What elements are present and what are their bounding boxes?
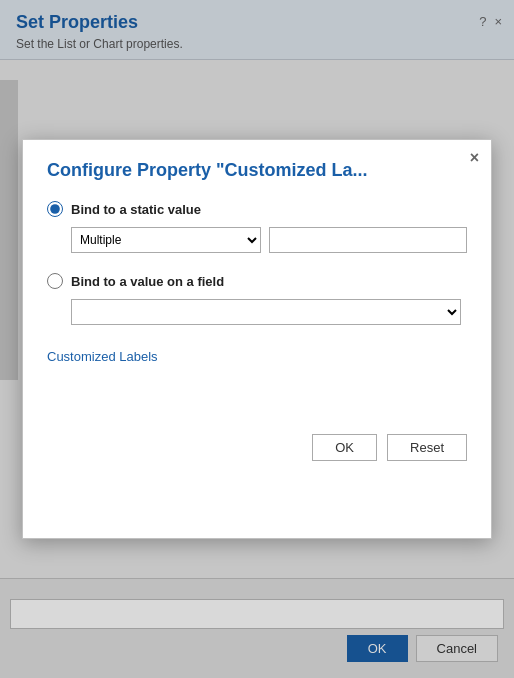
modal-overlay: × Configure Property "Customized La... B… (0, 0, 514, 678)
modal-title: Configure Property "Customized La... (47, 160, 467, 181)
modal-buttons: OK Reset (47, 434, 467, 461)
static-controls-row: Multiple Single None (71, 227, 467, 253)
modal-ok-button[interactable]: OK (312, 434, 377, 461)
static-value-select[interactable]: Multiple Single None (71, 227, 261, 253)
field-value-option-row: Bind to a value on a field (47, 273, 467, 289)
field-value-label: Bind to a value on a field (71, 274, 224, 289)
field-controls-row (71, 299, 467, 325)
static-value-text-input[interactable] (269, 227, 467, 253)
modal-dialog: × Configure Property "Customized La... B… (22, 139, 492, 539)
static-value-option-row: Bind to a static value (47, 201, 467, 217)
static-value-label: Bind to a static value (71, 202, 201, 217)
field-value-radio[interactable] (47, 273, 63, 289)
field-value-select[interactable] (71, 299, 461, 325)
modal-reset-button[interactable]: Reset (387, 434, 467, 461)
modal-close-icon[interactable]: × (470, 150, 479, 166)
customized-labels-link[interactable]: Customized Labels (47, 349, 158, 364)
static-value-radio[interactable] (47, 201, 63, 217)
